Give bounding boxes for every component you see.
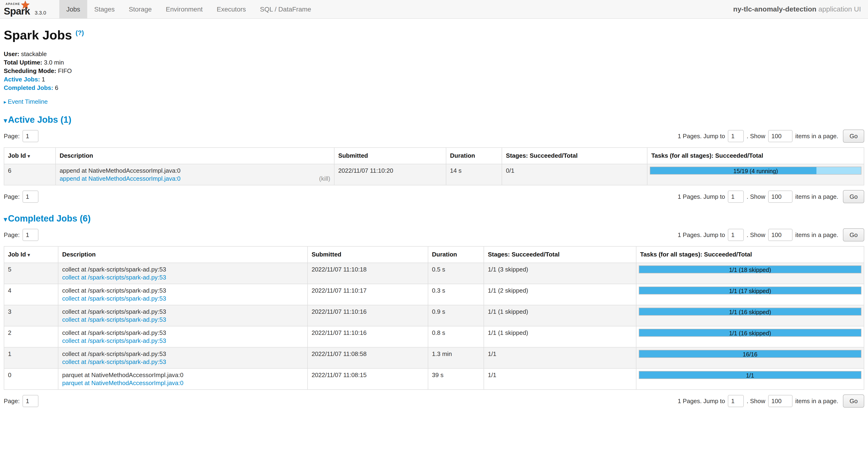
jump-to-input[interactable] [728, 191, 744, 203]
job-description-link[interactable]: append at NativeMethodAccessorImpl.java:… [60, 175, 181, 182]
col-duration[interactable]: Duration [446, 148, 502, 164]
tab-executors[interactable]: Executors [210, 0, 253, 18]
job-id-cell: 4 [4, 284, 58, 305]
items-text: items in a page. [795, 398, 838, 405]
tasks-cell: 1/1 (18 skipped) [636, 263, 864, 284]
stages-cell: 1/1 (2 skipped) [484, 284, 636, 305]
progress-label: 15/19 (4 running) [650, 167, 861, 174]
page-label: Page: [4, 231, 20, 239]
go-button[interactable]: Go [843, 190, 864, 203]
col-job-id[interactable]: Job Id ▾ [4, 148, 56, 164]
jump-to-input[interactable] [728, 229, 744, 241]
jump-to-input[interactable] [728, 130, 744, 142]
submitted-cell: 2022/11/07 11:10:20 [334, 164, 446, 185]
col-stages[interactable]: Stages: Succeeded/Total [502, 148, 647, 164]
col-tasks[interactable]: Tasks (for all stages): Succeeded/Total [636, 247, 864, 263]
items-per-page-input[interactable] [768, 191, 793, 203]
page-label: Page: [4, 193, 20, 200]
col-description[interactable]: Description [56, 148, 334, 164]
tasks-progress-bar: 1/1 (16 skipped) [639, 308, 862, 316]
job-id-cell: 2 [4, 326, 58, 347]
pages-jump-text: 1 Pages. Jump to [678, 398, 725, 405]
pages-jump-text: 1 Pages. Jump to [678, 193, 725, 200]
job-description-link[interactable]: collect at /spark-scripts/spark-ad.py:53 [62, 337, 166, 344]
job-description-text: collect at /spark-scripts/spark-ad.py:53 [62, 286, 304, 294]
tab-stages[interactable]: Stages [87, 0, 122, 18]
col-tasks[interactable]: Tasks (for all stages): Succeeded/Total [647, 148, 864, 164]
go-button[interactable]: Go [843, 228, 864, 241]
pagination: Page: 1 Pages. Jump to . Show items in a… [4, 394, 864, 408]
pages-jump-text: 1 Pages. Jump to [678, 133, 725, 140]
col-submitted[interactable]: Submitted [334, 148, 446, 164]
pagination: Page: 1 Pages. Jump to . Show items in a… [4, 189, 864, 204]
stages-cell: 1/1 [484, 368, 636, 390]
table-row: 5 collect at /spark-scripts/spark-ad.py:… [4, 263, 864, 284]
help-link[interactable]: (?) [75, 29, 84, 36]
active-jobs-link[interactable]: Active Jobs: [4, 76, 40, 83]
page-number-input[interactable] [23, 130, 38, 142]
col-submitted[interactable]: Submitted [308, 247, 428, 263]
table-row: 4 collect at /spark-scripts/spark-ad.py:… [4, 284, 864, 305]
page-label: Page: [4, 398, 20, 405]
description-cell: collect at /spark-scripts/spark-ad.py:53… [58, 284, 308, 305]
description-cell: collect at /spark-scripts/spark-ad.py:53… [58, 305, 308, 326]
duration-cell: 0.3 s [428, 284, 484, 305]
progress-label: 1/1 (17 skipped) [639, 287, 861, 294]
tasks-progress-bar: 15/19 (4 running) [650, 167, 862, 175]
top-nav: APACHE Spark 3.3.0 Jobs Stages Storage E… [0, 0, 868, 19]
stages-cell: 1/1 [484, 347, 636, 368]
stages-cell: 0/1 [502, 164, 647, 185]
tasks-progress-bar: 16/16 [639, 350, 862, 358]
tasks-cell: 1/1 (16 skipped) [636, 326, 864, 347]
description-cell: parquet at NativeMethodAccessorImpl.java… [58, 368, 308, 390]
active-jobs-heading[interactable]: ▾Active Jobs (1) [4, 115, 864, 125]
tab-jobs[interactable]: Jobs [59, 0, 87, 18]
tasks-cell: 1/1 (17 skipped) [636, 284, 864, 305]
job-description-link[interactable]: collect at /spark-scripts/spark-ad.py:53 [62, 316, 166, 323]
col-description[interactable]: Description [58, 247, 308, 263]
event-timeline-toggle[interactable]: ▸Event Timeline [4, 98, 864, 105]
col-job-id[interactable]: Job Id ▾ [4, 247, 58, 263]
pagination: Page: 1 Pages. Jump to . Show items in a… [4, 227, 864, 243]
go-button[interactable]: Go [843, 130, 864, 143]
items-per-page-input[interactable] [768, 229, 793, 241]
page-number-input[interactable] [23, 395, 38, 407]
completed-jobs-heading[interactable]: ▾Completed Jobs (6) [4, 214, 864, 224]
nav-tabs: Jobs Stages Storage Environment Executor… [59, 0, 318, 18]
tab-sql-dataframe[interactable]: SQL / DataFrame [253, 0, 318, 18]
tasks-cell: 1/1 [636, 368, 864, 390]
progress-label: 1/1 [639, 371, 861, 378]
job-description-link[interactable]: collect at /spark-scripts/spark-ad.py:53 [62, 274, 166, 281]
spark-wordmark: Spark [4, 6, 30, 17]
jump-to-input[interactable] [728, 395, 744, 407]
job-description-link[interactable]: parquet at NativeMethodAccessorImpl.java… [62, 379, 183, 387]
job-description-text: collect at /spark-scripts/spark-ad.py:53 [62, 329, 304, 337]
items-per-page-input[interactable] [768, 395, 793, 407]
job-id-cell: 6 [4, 164, 56, 185]
spark-version: 3.3.0 [35, 10, 46, 17]
table-row: 0 parquet at NativeMethodAccessorImpl.ja… [4, 368, 864, 390]
progress-label: 1/1 (16 skipped) [639, 308, 861, 315]
job-description-text: collect at /spark-scripts/spark-ad.py:53 [62, 350, 304, 358]
items-text: items in a page. [795, 193, 838, 200]
job-description-link[interactable]: collect at /spark-scripts/spark-ad.py:53 [62, 295, 166, 302]
col-duration[interactable]: Duration [428, 247, 484, 263]
items-text: items in a page. [795, 133, 838, 140]
tab-storage[interactable]: Storage [122, 0, 159, 18]
col-stages[interactable]: Stages: Succeeded/Total [484, 247, 636, 263]
page-number-input[interactable] [23, 229, 38, 241]
job-description-link[interactable]: collect at /spark-scripts/spark-ad.py:53 [62, 358, 166, 365]
job-id-cell: 3 [4, 305, 58, 326]
go-button[interactable]: Go [843, 395, 864, 407]
tasks-progress-bar: 1/1 (16 skipped) [639, 329, 862, 337]
apache-label: APACHE [6, 2, 20, 6]
active-jobs-table: Job Id ▾ Description Submitted Duration … [4, 147, 864, 186]
tab-environment[interactable]: Environment [159, 0, 210, 18]
completed-jobs-link[interactable]: Completed Jobs: [4, 84, 53, 91]
stages-cell: 1/1 (1 skipped) [484, 305, 636, 326]
spark-logo[interactable]: APACHE Spark 3.3.0 [0, 0, 53, 18]
kill-link[interactable]: (kill) [319, 175, 330, 182]
page-number-input[interactable] [23, 191, 38, 203]
summary-active-jobs: Active Jobs: 1 [4, 75, 864, 84]
items-per-page-input[interactable] [768, 130, 793, 142]
